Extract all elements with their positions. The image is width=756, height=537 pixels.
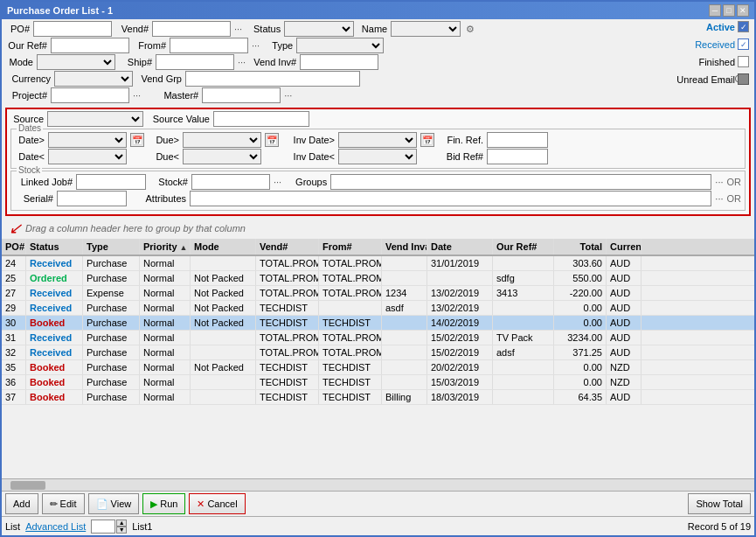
table-row[interactable]: 35 Booked Purchase Normal Not Packed TEC… (2, 360, 754, 375)
cell-status: Booked (26, 360, 83, 374)
source-select[interactable] (47, 111, 143, 127)
linked-job-input[interactable] (76, 174, 146, 190)
edit-button[interactable]: ✏ Edit (42, 493, 85, 514)
spinner-up[interactable]: ▲ (116, 520, 127, 527)
status-select[interactable] (284, 21, 354, 37)
table-row[interactable]: 29 Received Purchase Normal Not Packed T… (2, 301, 754, 316)
table-row[interactable]: 24 Received Purchase Normal TOTAL.PROM T… (2, 256, 754, 271)
col-header-date[interactable]: Date (427, 239, 493, 255)
table-row[interactable]: 25 Ordered Purchase Normal Not Packed TO… (2, 271, 754, 286)
horizontal-scrollbar[interactable] (2, 478, 754, 491)
cell-mode: Not Packed (191, 286, 256, 300)
table-row[interactable]: 30 Booked Purchase Normal Not Packed TEC… (2, 316, 754, 331)
vend-dots[interactable]: ··· (234, 24, 242, 34)
table-row[interactable]: 32 Received Purchase Normal TOTAL.PROM T… (2, 345, 754, 360)
view-icon: 📄 (96, 499, 108, 510)
list-number-input[interactable]: 0 (91, 520, 115, 534)
vend-input[interactable] (152, 21, 231, 37)
from-dots[interactable]: ··· (252, 40, 260, 51)
fin-ref-label: Fin. Ref. (443, 135, 483, 145)
gear-icon[interactable]: ⚙ (466, 24, 475, 35)
col-header-type[interactable]: Type (83, 239, 140, 255)
received-checkbox[interactable]: ✓ (738, 38, 749, 50)
active-checkbox[interactable]: ✓ (738, 21, 749, 32)
bid-ref-input[interactable] (487, 149, 548, 164)
inv-date-lt-label: Inv Date< (288, 151, 335, 162)
inv-date-lt-select[interactable] (338, 149, 417, 164)
table-row[interactable]: 37 Booked Purchase Normal TECHDIST TECHD… (2, 390, 754, 405)
col-header-from[interactable]: From# (319, 239, 382, 255)
finished-checkbox[interactable] (738, 56, 749, 67)
table-row[interactable]: 27 Received Expense Normal Not Packed TO… (2, 286, 754, 301)
project-dots[interactable]: ··· (133, 90, 141, 101)
stock-dots[interactable]: ··· (274, 177, 281, 187)
groups-dots[interactable]: ··· (715, 177, 723, 187)
col-header-mode[interactable]: Mode (191, 239, 256, 255)
col-header-vend[interactable]: Vend# (256, 239, 319, 255)
groups-input[interactable] (330, 174, 711, 190)
our-ref-input[interactable] (51, 38, 129, 53)
table-row[interactable]: 31 Received Purchase Normal TOTAL.PROM T… (2, 331, 754, 345)
date-gt-label: Date> (15, 135, 45, 145)
source-value-input[interactable] (213, 111, 309, 127)
cell-status: Booked (26, 390, 83, 404)
cell-from: TECHDIST (319, 390, 382, 404)
fin-ref-input[interactable] (487, 132, 548, 148)
due-gt-cal[interactable]: 📅 (265, 133, 279, 147)
minimize-button[interactable]: ─ (709, 4, 721, 17)
mode-select[interactable] (37, 54, 115, 70)
from-input[interactable] (170, 38, 248, 53)
advanced-list-link[interactable]: Advanced List (25, 521, 86, 532)
grid-header: PO# Status Type Priority ▲ Mode Vend# Fr… (2, 239, 754, 256)
vend-inv-input[interactable] (300, 54, 378, 70)
record-info: Record 5 of 19 (688, 521, 751, 532)
show-total-button[interactable]: Show Total (688, 493, 751, 514)
col-header-ourref[interactable]: Our Ref# (493, 239, 554, 255)
project-input[interactable] (51, 87, 129, 103)
date-lt-select[interactable] (48, 149, 127, 164)
col-header-status[interactable]: Status (26, 239, 83, 255)
cell-po: 29 (2, 301, 26, 315)
attributes-input[interactable] (190, 191, 711, 206)
restore-button[interactable]: □ (723, 4, 735, 17)
cell-type: Expense (83, 286, 140, 300)
add-button[interactable]: Add (5, 493, 38, 514)
master-input[interactable] (202, 87, 281, 103)
view-button[interactable]: 📄 View (88, 493, 140, 514)
col-header-vendinv[interactable]: Vend Inv# (382, 239, 427, 255)
unread-email-checkbox[interactable] (738, 73, 749, 85)
type-select[interactable] (296, 38, 384, 53)
vend-grp-input[interactable] (185, 71, 360, 87)
cell-type: Purchase (83, 390, 140, 404)
table-row[interactable]: 36 Booked Purchase Normal TECHDIST TECHD… (2, 375, 754, 390)
scrollbar-thumb[interactable] (10, 481, 45, 490)
col-header-currency[interactable]: Currenc (607, 239, 642, 255)
ship-dots[interactable]: ··· (238, 57, 246, 67)
master-dots[interactable]: ··· (284, 90, 292, 101)
ship-input[interactable] (156, 54, 234, 70)
attributes-dots[interactable]: ··· (715, 193, 723, 204)
date-gt-cal[interactable]: 📅 (130, 133, 144, 147)
inv-date-gt-cal[interactable]: 📅 (420, 133, 434, 147)
cell-ourref: 3413 (493, 286, 554, 300)
stock-label: Stock# (155, 177, 188, 187)
due-gt-select[interactable] (183, 132, 261, 148)
col-header-total[interactable]: Total (554, 239, 607, 255)
cancel-button[interactable]: ✕ Cancel (189, 493, 245, 514)
inv-date-gt-select[interactable] (338, 132, 417, 148)
currency-select[interactable] (54, 71, 133, 87)
cell-vendinv (382, 316, 427, 330)
spinner-down[interactable]: ▼ (116, 527, 127, 534)
close-button[interactable]: ✕ (737, 4, 749, 17)
inv-date-gt-label: Inv Date> (288, 135, 335, 145)
po-input[interactable] (33, 21, 112, 37)
cell-po: 32 (2, 345, 26, 359)
col-header-priority[interactable]: Priority ▲ (140, 239, 191, 255)
run-button[interactable]: ▶ Run (142, 493, 185, 514)
due-lt-select[interactable] (183, 149, 261, 164)
stock-input[interactable] (191, 174, 270, 190)
name-select[interactable] (391, 21, 461, 37)
serial-input[interactable] (57, 191, 127, 206)
date-gt-select[interactable] (48, 132, 127, 148)
col-header-po[interactable]: PO# (2, 239, 26, 255)
